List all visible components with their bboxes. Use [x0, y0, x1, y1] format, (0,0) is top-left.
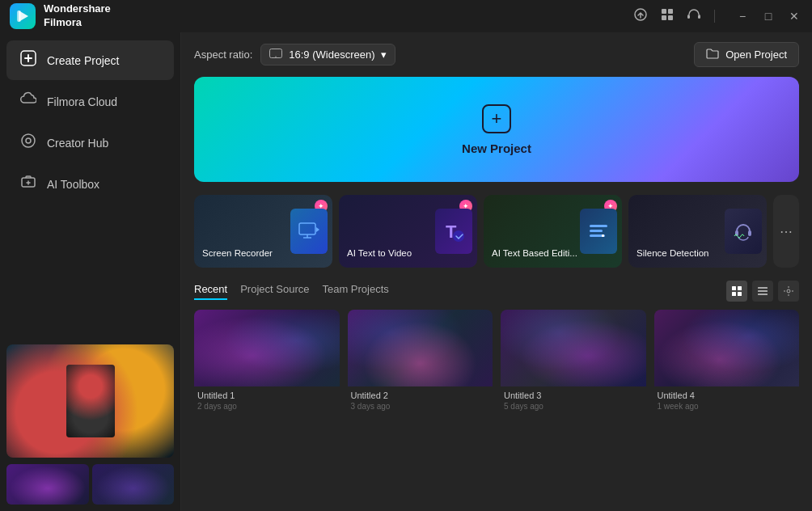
recent-item-label: Untitled 1 — [194, 386, 340, 402]
feature-card-silence-detection[interactable]: Silence Detection — [628, 195, 767, 268]
recent-item[interactable]: Untitled 4 1 week ago — [654, 310, 800, 416]
feature-cards: ✦ Screen Recorder ✦ T — [181, 195, 812, 281]
titlebar-divider — [714, 10, 715, 23]
small-thumb-2[interactable] — [92, 464, 175, 505]
recent-tab-team-projects[interactable]: Team Projects — [322, 283, 388, 300]
sidebar-item-filmora-cloud[interactable]: Filmora Cloud — [6, 82, 174, 121]
sidebar-small-thumbs — [6, 464, 174, 505]
recent-item-date: 2 days ago — [194, 402, 340, 416]
sidebar-item-label: Creator Hub — [47, 137, 108, 150]
titlebar-left: Wondershare Filmora — [10, 2, 111, 30]
recent-section: Recent Project Source Team Projects — [181, 281, 812, 511]
window-controls: − □ ✕ — [734, 10, 802, 23]
svg-point-16 — [453, 230, 464, 242]
recent-item-label: Untitled 3 — [501, 386, 646, 402]
app-logo — [10, 3, 36, 29]
content-header: Aspect ratio: 16:9 (Widescreen) ▾ Open P… — [181, 32, 812, 77]
svg-rect-6 — [668, 15, 673, 20]
svg-rect-17 — [590, 225, 607, 227]
creator-hub-icon — [19, 133, 37, 153]
close-button[interactable]: ✕ — [786, 10, 802, 23]
feature-cards-more-button[interactable]: ⋯ — [773, 195, 799, 268]
recent-view-controls — [726, 281, 799, 302]
aspect-ratio-value: 16:9 (Widescreen) — [289, 49, 374, 61]
settings-view-button[interactable] — [778, 281, 799, 302]
recent-tab-project-source[interactable]: Project Source — [240, 283, 309, 300]
new-project-plus-icon: + — [482, 104, 511, 133]
small-thumb-1[interactable] — [6, 464, 89, 505]
recent-item[interactable]: Untitled 2 3 days ago — [348, 310, 493, 416]
folder-icon — [706, 48, 719, 61]
recent-item[interactable]: Untitled 3 5 days ago — [501, 310, 646, 416]
sidebar-item-label: Filmora Cloud — [47, 95, 117, 108]
sidebar-item-label: Create Project — [47, 54, 119, 67]
recent-header: Recent Project Source Team Projects — [194, 281, 799, 302]
recent-item-label: Untitled 4 — [654, 386, 800, 402]
titlebar-icons: − □ ✕ — [633, 7, 802, 25]
list-view-button[interactable] — [752, 281, 773, 302]
recent-grid: Untitled 1 2 days ago Untitled 2 3 days … — [194, 310, 799, 416]
new-project-banner[interactable]: + New Project — [194, 77, 799, 182]
svg-rect-1 — [17, 11, 21, 22]
content-area: Aspect ratio: 16:9 (Widescreen) ▾ Open P… — [181, 32, 812, 511]
sidebar-nav: Create Project Filmora Cloud Creato — [0, 32, 180, 338]
svg-point-11 — [26, 138, 31, 143]
sidebar-item-creator-hub[interactable]: Creator Hub — [6, 123, 174, 163]
svg-rect-3 — [662, 9, 666, 14]
sidebar: Create Project Filmora Cloud Creato — [0, 32, 181, 511]
feature-card-label: Screen Recorder — [202, 247, 324, 260]
aspect-ratio-dropdown[interactable]: 16:9 (Widescreen) ▾ — [260, 44, 395, 65]
svg-rect-5 — [662, 15, 666, 20]
headset-icon[interactable] — [687, 7, 701, 25]
svg-rect-29 — [758, 294, 768, 295]
svg-rect-25 — [732, 292, 736, 296]
aspect-ratio-screen-icon — [269, 49, 282, 61]
open-project-label: Open Project — [725, 49, 787, 61]
ai-toolbox-icon — [19, 174, 37, 194]
svg-rect-8 — [698, 15, 700, 19]
svg-rect-7 — [687, 15, 690, 19]
recent-tabs: Recent Project Source Team Projects — [194, 283, 389, 300]
sidebar-item-ai-toolbox[interactable]: AI Toolbox — [6, 164, 174, 204]
sidebar-thumbnail[interactable] — [6, 344, 174, 458]
recent-item-date: 1 week ago — [654, 402, 800, 416]
svg-rect-18 — [590, 230, 603, 232]
recent-item-date: 3 days ago — [348, 402, 493, 416]
sidebar-item-create-project[interactable]: Create Project — [6, 40, 174, 80]
svg-rect-14 — [299, 223, 315, 234]
minimize-button[interactable]: − — [734, 10, 751, 23]
svg-rect-28 — [758, 290, 768, 292]
svg-point-10 — [22, 134, 35, 147]
cloud-upload-icon[interactable] — [633, 8, 648, 24]
svg-rect-26 — [738, 292, 742, 296]
main-layout: Create Project Filmora Cloud Creato — [0, 32, 812, 511]
feature-card-label: AI Text to Video — [347, 247, 469, 260]
svg-point-30 — [787, 289, 790, 293]
recent-item[interactable]: Untitled 1 2 days ago — [194, 310, 340, 416]
svg-rect-20 — [602, 234, 604, 237]
grid-view-button[interactable] — [726, 281, 747, 302]
grid-icon[interactable] — [661, 8, 674, 24]
svg-rect-27 — [758, 287, 768, 289]
recent-item-date: 5 days ago — [501, 402, 646, 416]
feature-card-label: Silence Detection — [636, 247, 759, 260]
sidebar-item-label: AI Toolbox — [47, 178, 99, 191]
maximize-button[interactable]: □ — [760, 10, 776, 23]
aspect-ratio-control: Aspect ratio: 16:9 (Widescreen) ▾ — [194, 44, 395, 65]
filmora-cloud-icon — [19, 91, 37, 112]
feature-card-ai-text-to-video[interactable]: ✦ T AI Text to Video — [339, 195, 477, 268]
svg-rect-22 — [748, 230, 751, 236]
feature-card-ai-text-based-editing[interactable]: ✦ AI Text Based Editi... — [484, 195, 622, 268]
svg-rect-23 — [732, 286, 736, 290]
feature-card-screen-recorder[interactable]: ✦ Screen Recorder — [194, 195, 332, 268]
svg-rect-4 — [668, 9, 673, 14]
svg-rect-24 — [738, 286, 742, 290]
aspect-ratio-label: Aspect ratio: — [194, 49, 252, 61]
app-name: Wondershare Filmora — [44, 2, 111, 30]
open-project-button[interactable]: Open Project — [694, 42, 799, 67]
recent-item-label: Untitled 2 — [348, 386, 493, 402]
chevron-down-icon: ▾ — [381, 49, 387, 61]
ellipsis-icon: ⋯ — [780, 224, 793, 239]
recent-tab-recent[interactable]: Recent — [194, 283, 227, 300]
titlebar: Wondershare Filmora − □ ✕ — [0, 0, 812, 32]
